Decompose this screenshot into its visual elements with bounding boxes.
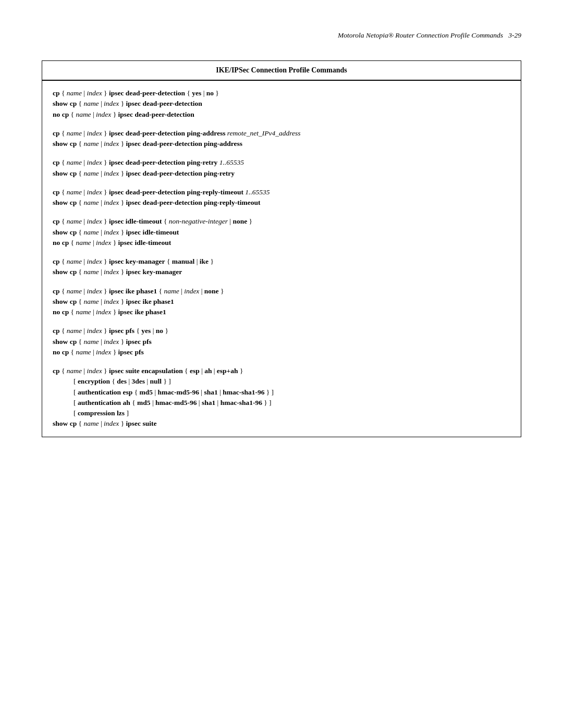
cmd-line: cp { name | index } ipsec idle-timeout {… [53,216,510,227]
cmd-line: cp { name | index } ipsec pfs { yes | no… [53,326,510,336]
cmd-block-dpd: cp { name | index } ipsec dead-peer-dete… [53,88,510,120]
cmd-line: cp { name | index } ipsec dead-peer-dete… [53,128,510,139]
cmd-line: show cp { name | index } ipsec pfs [53,337,510,347]
cmd-line: show cp { name | index } ipsec dead-peer… [53,139,510,149]
cmd-block-ping-address: cp { name | index } ipsec dead-peer-dete… [53,128,510,150]
cmd-block-pfs: cp { name | index } ipsec pfs { yes | no… [53,326,510,357]
cmd-line: no cp { name | index } ipsec dead-peer-d… [53,109,510,120]
cmd-line: show cp { name | index } ipsec dead-peer… [53,98,510,109]
header-text: Motorola Netopia® Router Connection Prof… [338,31,521,39]
cmd-line: show cp { name | index } ipsec dead-peer… [53,168,510,179]
table-body: cp { name | index } ipsec dead-peer-dete… [42,81,521,437]
page-container: Motorola Netopia® Router Connection Prof… [0,0,563,728]
cmd-line: show cp { name | index } ipsec idle-time… [53,227,510,238]
command-table: IKE/IPSec Connection Profile Commands cp… [42,60,521,437]
cmd-block-idle-timeout: cp { name | index } ipsec idle-timeout {… [53,216,510,248]
cmd-block-suite: cp { name | index } ipsec suite encapsul… [53,366,510,429]
cmd-block-key-manager: cp { name | index } ipsec key-manager { … [53,256,510,278]
cmd-line: cp { name | index } ipsec key-manager { … [53,256,510,267]
cmd-line-auth-ah: [ authentication ah { md5 | hmac-md5-96 … [74,398,510,408]
cmd-block-ping-retry: cp { name | index } ipsec dead-peer-dete… [53,157,510,179]
cmd-line: no cp { name | index } ipsec idle-timeou… [53,238,510,248]
cmd-line: show cp { name | index } ipsec dead-peer… [53,198,510,208]
cmd-line: cp { name | index } ipsec dead-peer-dete… [53,157,510,168]
cmd-line: cp { name | index } ipsec ike phase1 { n… [53,286,510,297]
cmd-line-auth-esp: [ authentication esp { md5 | hmac-md5-96… [74,387,510,398]
table-title: IKE/IPSec Connection Profile Commands [42,61,521,81]
cmd-line: no cp { name | index } ipsec pfs [53,347,510,357]
cmd-block-ike-phase1: cp { name | index } ipsec ike phase1 { n… [53,286,510,318]
cmd-line-show-suite: show cp { name | index } ipsec suite [53,418,510,429]
cmd-line: show cp { name | index } ipsec ike phase… [53,297,510,307]
cmd-line-encryption: [ encryption { des | 3des | null } ] [74,376,510,387]
cmd-block-ping-reply-timeout: cp { name | index } ipsec dead-peer-dete… [53,187,510,208]
cmd-line: cp { name | index } ipsec dead-peer-dete… [53,88,510,98]
cmd-line: cp { name | index } ipsec dead-peer-dete… [53,187,510,198]
cmd-line: no cp { name | index } ipsec ike phase1 [53,307,510,317]
cmd-line: show cp { name | index } ipsec key-manag… [53,267,510,277]
cmd-line: cp { name | index } ipsec suite encapsul… [53,366,510,376]
cmd-line-compression: [ compression lzs ] [74,408,510,418]
page-header: Motorola Netopia® Router Connection Prof… [42,31,521,40]
